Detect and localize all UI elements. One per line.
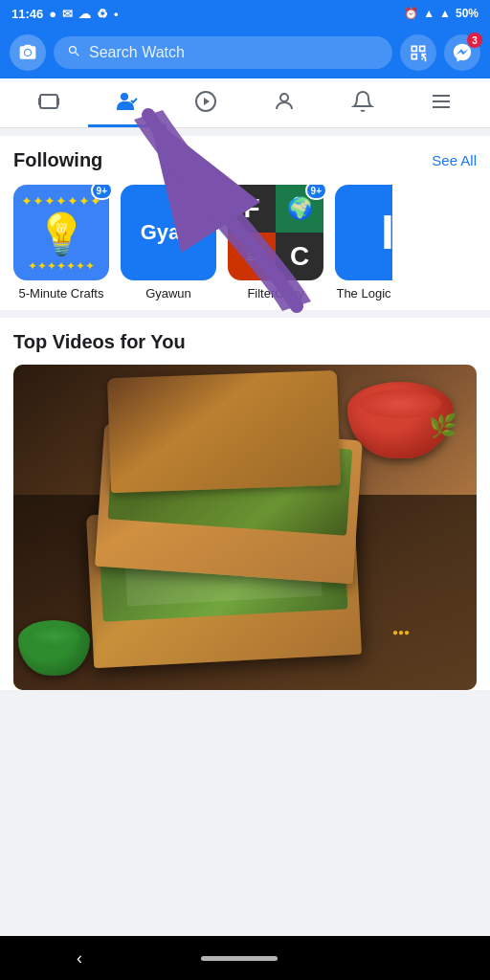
following-title: Following [13,149,102,171]
back-button[interactable]: ‹ [77,948,82,969]
channel-gyawun-thumb: Gyaw [121,185,216,280]
channel-5min[interactable]: ✦✦✦✦✦✦✦ 💡 ✦✦✦✦✦✦✦ 9+ 5-Minute Crafts [13,185,109,301]
channel-logic[interactable]: I The Logic [335,185,392,301]
video-section: Top Videos for You 🌿 [0,318,490,690]
svg-rect-1 [40,95,57,108]
channels-row: ✦✦✦✦✦✦✦ 💡 ✦✦✦✦✦✦✦ 9+ 5-Minute Crafts Gya… [13,185,477,301]
top-bar-right: 3 [400,34,480,71]
svg-marker-6 [204,98,210,105]
channel-filtercopy-name: FilterCopy [247,286,303,301]
svg-point-0 [25,50,31,56]
see-all-button[interactable]: See All [432,152,477,168]
channel-5min-thumb: ✦✦✦✦✦✦✦ 💡 ✦✦✦✦✦✦✦ [13,185,109,280]
nav-tabs [0,78,490,128]
channel-gyawun-thumb-wrap: Gyaw 6 [121,185,216,280]
following-header: Following See All [13,149,477,171]
status-bar: 11:46 ● ✉ ☁ ♻ • ⏰ ▲ ▲ 50% [0,0,490,27]
alarm-icon: ⏰ [404,7,418,20]
search-bar[interactable]: Search Watch [54,36,392,69]
channel-filtercopy[interactable]: F 🌍 ≡ C 9+ FilterCopy [228,185,323,301]
messenger-badge: 3 [467,33,482,48]
recycle-icon: ♻ [97,7,108,21]
channel-logic-name: The Logic [335,286,392,301]
svg-point-7 [280,94,288,101]
video-section-title: Top Videos for You [13,331,477,353]
channel-logic-thumb-wrap: I [335,185,392,280]
signal-icon: ▲ [439,7,451,20]
email-icon: ✉ [62,7,73,21]
whatsapp-icon: ● [49,7,56,21]
time: 11:46 [11,7,43,21]
wifi-icon: ▲ [423,7,434,20]
messenger-button[interactable]: 3 [444,34,480,71]
channel-filtercopy-badge: 9+ [305,185,327,200]
channel-gyawun-badge: 6 [201,185,220,200]
top-bar: Search Watch 3 [0,27,490,78]
svg-rect-3 [57,98,59,105]
tab-following[interactable] [88,78,167,127]
fc-stack-tile: ≡ [228,233,276,280]
battery: 50% [456,7,479,20]
tab-watch[interactable] [10,78,88,127]
fc-c-tile: C [276,233,323,280]
bottom-bar: ‹ [0,936,490,980]
video-thumbnail[interactable]: 🌿 [13,365,477,690]
dot-icon: • [114,7,119,21]
following-section: Following See All ✦✦✦✦✦✦✦ 💡 ✦✦✦✦✦✦✦ 9+ 5… [0,136,490,310]
channel-filtercopy-thumb: F 🌍 ≡ C [228,185,323,280]
gyawun-text: Gyaw [141,220,197,245]
channel-gyawun[interactable]: Gyaw 6 Gyawun [121,185,216,301]
tab-reels[interactable] [167,78,245,127]
svg-point-4 [121,93,128,100]
home-indicator[interactable] [201,956,278,961]
search-icon [67,44,81,61]
svg-rect-2 [38,98,40,105]
cloud-icon: ☁ [78,7,91,21]
status-right: ⏰ ▲ ▲ 50% [404,7,479,20]
tab-profile[interactable] [245,78,323,127]
channel-logic-thumb: I [335,185,392,280]
fc-f-tile: F [228,185,276,233]
qr-button[interactable] [400,34,436,71]
search-placeholder: Search Watch [89,44,185,61]
channel-5min-name: 5-Minute Crafts [19,286,104,301]
channel-gyawun-name: Gyawun [145,286,191,301]
channel-5min-thumb-wrap: ✦✦✦✦✦✦✦ 💡 ✦✦✦✦✦✦✦ 9+ [13,185,109,280]
tab-notifications[interactable] [323,78,402,127]
camera-button[interactable] [10,34,46,71]
channel-5min-badge: 9+ [91,185,113,200]
tab-menu[interactable] [402,78,480,127]
status-left: 11:46 ● ✉ ☁ ♻ • [11,7,119,21]
channel-filtercopy-thumb-wrap: F 🌍 ≡ C 9+ [228,185,323,280]
